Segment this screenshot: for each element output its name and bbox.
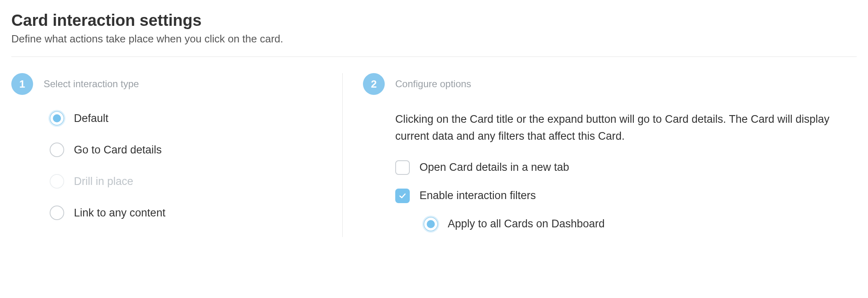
- radio-label: Drill in place: [74, 175, 133, 188]
- step-2-header: 2 Configure options: [363, 73, 857, 95]
- settings-columns: 1 Select interaction type Default Go to …: [11, 73, 857, 237]
- radio-go-to-card-details[interactable]: Go to Card details: [50, 143, 334, 157]
- checkbox-enable-interaction-filters[interactable]: Enable interaction filters: [395, 189, 857, 203]
- radio-label: Link to any content: [74, 207, 166, 219]
- step-2-badge: 2: [363, 73, 385, 95]
- radio-label: Default: [74, 112, 109, 125]
- radio-drill-in-place: Drill in place: [50, 174, 334, 189]
- radio-label: Go to Card details: [74, 144, 162, 156]
- radio-icon: [424, 217, 438, 231]
- step-1-column: 1 Select interaction type Default Go to …: [11, 73, 342, 237]
- radio-link-to-any-content[interactable]: Link to any content: [50, 206, 334, 220]
- radio-label: Apply to all Cards on Dashboard: [448, 218, 605, 230]
- check-icon: [398, 191, 407, 200]
- radio-icon: [50, 111, 64, 126]
- checkbox-icon: [395, 189, 410, 203]
- radio-apply-all-cards[interactable]: Apply to all Cards on Dashboard: [424, 217, 857, 231]
- checkbox-label: Open Card details in a new tab: [419, 161, 569, 174]
- step-1-badge: 1: [11, 73, 33, 95]
- section-divider: [11, 57, 857, 57]
- step-1-title: Select interaction type: [44, 78, 139, 90]
- interaction-type-radio-group: Default Go to Card details Drill in plac…: [50, 111, 334, 220]
- card-interaction-settings-panel: Card interaction settings Define what ac…: [0, 0, 868, 253]
- step-2-column: 2 Configure options Clicking on the Card…: [342, 73, 857, 237]
- radio-icon: [50, 174, 64, 189]
- checkbox-icon: [395, 160, 410, 175]
- page-title: Card interaction settings: [11, 11, 857, 29]
- radio-icon: [50, 206, 64, 220]
- step-1-header: 1 Select interaction type: [11, 73, 334, 95]
- configure-options-description: Clicking on the Card title or the expand…: [395, 111, 839, 145]
- step-2-title: Configure options: [395, 78, 471, 90]
- page-subtitle: Define what actions take place when you …: [11, 33, 857, 45]
- checkbox-label: Enable interaction filters: [419, 189, 536, 202]
- configure-options-body: Clicking on the Card title or the expand…: [395, 111, 857, 231]
- radio-default[interactable]: Default: [50, 111, 334, 126]
- radio-icon: [50, 143, 64, 157]
- checkbox-open-new-tab[interactable]: Open Card details in a new tab: [395, 160, 857, 175]
